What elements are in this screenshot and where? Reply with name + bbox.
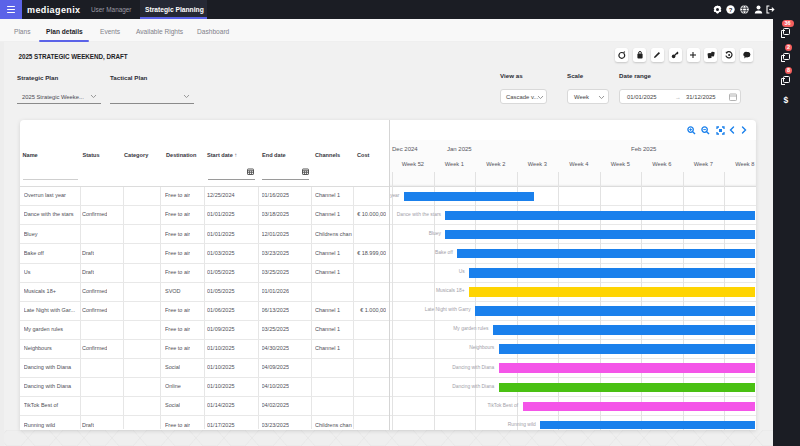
svg-text:?: ? (729, 6, 733, 12)
